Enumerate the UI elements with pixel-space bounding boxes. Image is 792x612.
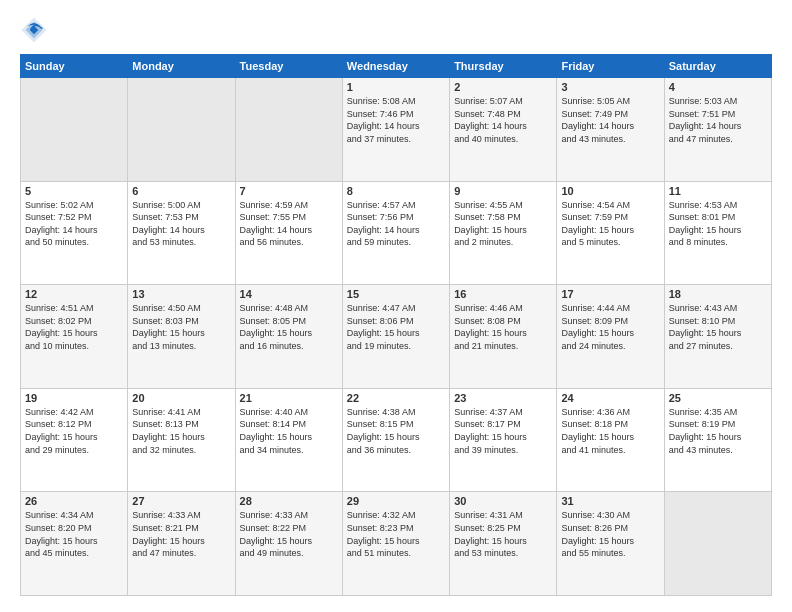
calendar-cell — [235, 78, 342, 182]
weekday-header-tuesday: Tuesday — [235, 55, 342, 78]
day-number: 8 — [347, 185, 445, 197]
day-info: Sunrise: 4:51 AMSunset: 8:02 PMDaylight:… — [25, 302, 123, 352]
day-number: 30 — [454, 495, 552, 507]
day-info: Sunrise: 4:33 AMSunset: 8:22 PMDaylight:… — [240, 509, 338, 559]
day-info: Sunrise: 5:00 AMSunset: 7:53 PMDaylight:… — [132, 199, 230, 249]
day-number: 26 — [25, 495, 123, 507]
day-number: 27 — [132, 495, 230, 507]
day-info: Sunrise: 4:43 AMSunset: 8:10 PMDaylight:… — [669, 302, 767, 352]
day-info: Sunrise: 4:59 AMSunset: 7:55 PMDaylight:… — [240, 199, 338, 249]
day-number: 14 — [240, 288, 338, 300]
calendar-cell: 10Sunrise: 4:54 AMSunset: 7:59 PMDayligh… — [557, 181, 664, 285]
calendar-cell — [664, 492, 771, 596]
calendar-cell: 19Sunrise: 4:42 AMSunset: 8:12 PMDayligh… — [21, 388, 128, 492]
calendar-cell: 7Sunrise: 4:59 AMSunset: 7:55 PMDaylight… — [235, 181, 342, 285]
day-info: Sunrise: 4:47 AMSunset: 8:06 PMDaylight:… — [347, 302, 445, 352]
day-number: 20 — [132, 392, 230, 404]
calendar-cell: 18Sunrise: 4:43 AMSunset: 8:10 PMDayligh… — [664, 285, 771, 389]
week-row-1: 5Sunrise: 5:02 AMSunset: 7:52 PMDaylight… — [21, 181, 772, 285]
calendar-cell: 20Sunrise: 4:41 AMSunset: 8:13 PMDayligh… — [128, 388, 235, 492]
day-info: Sunrise: 5:08 AMSunset: 7:46 PMDaylight:… — [347, 95, 445, 145]
day-info: Sunrise: 4:32 AMSunset: 8:23 PMDaylight:… — [347, 509, 445, 559]
calendar-cell: 11Sunrise: 4:53 AMSunset: 8:01 PMDayligh… — [664, 181, 771, 285]
day-number: 28 — [240, 495, 338, 507]
day-info: Sunrise: 4:37 AMSunset: 8:17 PMDaylight:… — [454, 406, 552, 456]
calendar-cell: 31Sunrise: 4:30 AMSunset: 8:26 PMDayligh… — [557, 492, 664, 596]
week-row-0: 1Sunrise: 5:08 AMSunset: 7:46 PMDaylight… — [21, 78, 772, 182]
day-number: 23 — [454, 392, 552, 404]
week-row-2: 12Sunrise: 4:51 AMSunset: 8:02 PMDayligh… — [21, 285, 772, 389]
day-number: 18 — [669, 288, 767, 300]
calendar-cell: 24Sunrise: 4:36 AMSunset: 8:18 PMDayligh… — [557, 388, 664, 492]
calendar-cell: 30Sunrise: 4:31 AMSunset: 8:25 PMDayligh… — [450, 492, 557, 596]
day-number: 7 — [240, 185, 338, 197]
day-number: 9 — [454, 185, 552, 197]
calendar-cell — [128, 78, 235, 182]
day-info: Sunrise: 4:40 AMSunset: 8:14 PMDaylight:… — [240, 406, 338, 456]
day-number: 25 — [669, 392, 767, 404]
calendar-cell: 16Sunrise: 4:46 AMSunset: 8:08 PMDayligh… — [450, 285, 557, 389]
day-info: Sunrise: 4:57 AMSunset: 7:56 PMDaylight:… — [347, 199, 445, 249]
weekday-header-saturday: Saturday — [664, 55, 771, 78]
calendar-cell: 12Sunrise: 4:51 AMSunset: 8:02 PMDayligh… — [21, 285, 128, 389]
day-info: Sunrise: 5:03 AMSunset: 7:51 PMDaylight:… — [669, 95, 767, 145]
calendar-cell: 22Sunrise: 4:38 AMSunset: 8:15 PMDayligh… — [342, 388, 449, 492]
day-info: Sunrise: 4:35 AMSunset: 8:19 PMDaylight:… — [669, 406, 767, 456]
page: SundayMondayTuesdayWednesdayThursdayFrid… — [0, 0, 792, 612]
day-number: 10 — [561, 185, 659, 197]
day-info: Sunrise: 4:41 AMSunset: 8:13 PMDaylight:… — [132, 406, 230, 456]
day-number: 19 — [25, 392, 123, 404]
calendar-cell: 4Sunrise: 5:03 AMSunset: 7:51 PMDaylight… — [664, 78, 771, 182]
calendar-cell: 29Sunrise: 4:32 AMSunset: 8:23 PMDayligh… — [342, 492, 449, 596]
day-info: Sunrise: 4:34 AMSunset: 8:20 PMDaylight:… — [25, 509, 123, 559]
calendar: SundayMondayTuesdayWednesdayThursdayFrid… — [20, 54, 772, 596]
day-info: Sunrise: 4:46 AMSunset: 8:08 PMDaylight:… — [454, 302, 552, 352]
calendar-cell: 15Sunrise: 4:47 AMSunset: 8:06 PMDayligh… — [342, 285, 449, 389]
day-info: Sunrise: 4:42 AMSunset: 8:12 PMDaylight:… — [25, 406, 123, 456]
calendar-cell: 25Sunrise: 4:35 AMSunset: 8:19 PMDayligh… — [664, 388, 771, 492]
weekday-header-thursday: Thursday — [450, 55, 557, 78]
calendar-cell: 6Sunrise: 5:00 AMSunset: 7:53 PMDaylight… — [128, 181, 235, 285]
day-number: 16 — [454, 288, 552, 300]
day-number: 4 — [669, 81, 767, 93]
weekday-header-friday: Friday — [557, 55, 664, 78]
weekday-header-wednesday: Wednesday — [342, 55, 449, 78]
logo-icon — [20, 16, 48, 44]
calendar-cell: 17Sunrise: 4:44 AMSunset: 8:09 PMDayligh… — [557, 285, 664, 389]
day-number: 17 — [561, 288, 659, 300]
week-row-3: 19Sunrise: 4:42 AMSunset: 8:12 PMDayligh… — [21, 388, 772, 492]
day-info: Sunrise: 4:33 AMSunset: 8:21 PMDaylight:… — [132, 509, 230, 559]
weekday-header-row: SundayMondayTuesdayWednesdayThursdayFrid… — [21, 55, 772, 78]
day-number: 22 — [347, 392, 445, 404]
day-info: Sunrise: 4:36 AMSunset: 8:18 PMDaylight:… — [561, 406, 659, 456]
header — [20, 16, 772, 44]
day-info: Sunrise: 4:54 AMSunset: 7:59 PMDaylight:… — [561, 199, 659, 249]
day-number: 12 — [25, 288, 123, 300]
day-info: Sunrise: 4:44 AMSunset: 8:09 PMDaylight:… — [561, 302, 659, 352]
calendar-cell: 28Sunrise: 4:33 AMSunset: 8:22 PMDayligh… — [235, 492, 342, 596]
calendar-cell: 14Sunrise: 4:48 AMSunset: 8:05 PMDayligh… — [235, 285, 342, 389]
weekday-header-monday: Monday — [128, 55, 235, 78]
calendar-cell: 27Sunrise: 4:33 AMSunset: 8:21 PMDayligh… — [128, 492, 235, 596]
day-number: 5 — [25, 185, 123, 197]
day-number: 24 — [561, 392, 659, 404]
day-info: Sunrise: 4:48 AMSunset: 8:05 PMDaylight:… — [240, 302, 338, 352]
day-info: Sunrise: 4:53 AMSunset: 8:01 PMDaylight:… — [669, 199, 767, 249]
calendar-cell: 8Sunrise: 4:57 AMSunset: 7:56 PMDaylight… — [342, 181, 449, 285]
day-info: Sunrise: 5:07 AMSunset: 7:48 PMDaylight:… — [454, 95, 552, 145]
calendar-cell: 23Sunrise: 4:37 AMSunset: 8:17 PMDayligh… — [450, 388, 557, 492]
calendar-cell: 26Sunrise: 4:34 AMSunset: 8:20 PMDayligh… — [21, 492, 128, 596]
day-info: Sunrise: 4:30 AMSunset: 8:26 PMDaylight:… — [561, 509, 659, 559]
calendar-cell: 3Sunrise: 5:05 AMSunset: 7:49 PMDaylight… — [557, 78, 664, 182]
weekday-header-sunday: Sunday — [21, 55, 128, 78]
week-row-4: 26Sunrise: 4:34 AMSunset: 8:20 PMDayligh… — [21, 492, 772, 596]
day-info: Sunrise: 4:50 AMSunset: 8:03 PMDaylight:… — [132, 302, 230, 352]
day-number: 21 — [240, 392, 338, 404]
logo — [20, 16, 52, 44]
day-number: 6 — [132, 185, 230, 197]
day-number: 29 — [347, 495, 445, 507]
calendar-cell: 9Sunrise: 4:55 AMSunset: 7:58 PMDaylight… — [450, 181, 557, 285]
day-number: 1 — [347, 81, 445, 93]
day-number: 15 — [347, 288, 445, 300]
day-info: Sunrise: 4:38 AMSunset: 8:15 PMDaylight:… — [347, 406, 445, 456]
